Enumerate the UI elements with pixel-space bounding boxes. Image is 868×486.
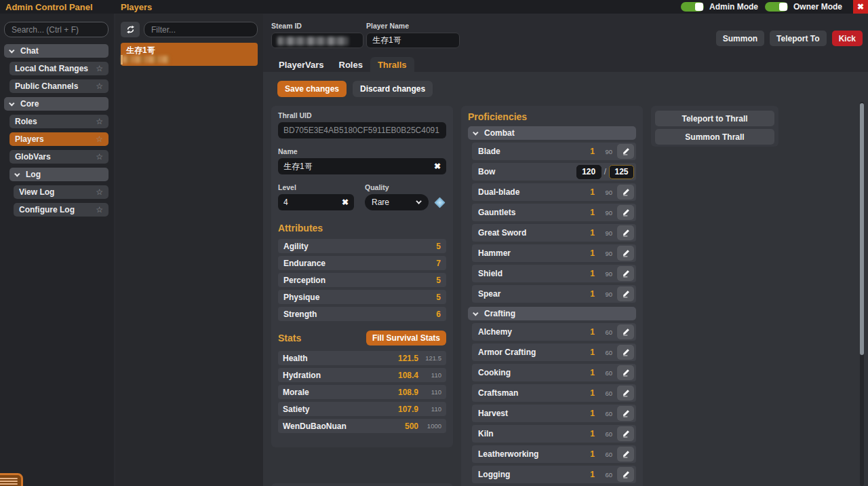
owner-mode-toggle-group: Owner Mode bbox=[765, 2, 842, 12]
attribute-row: Strength 6 bbox=[278, 307, 446, 321]
diamond-icon bbox=[435, 197, 446, 208]
edit-button[interactable] bbox=[617, 365, 634, 380]
player-list-item-selected[interactable]: 生存1哥 bbox=[121, 43, 258, 66]
section-crafting[interactable]: Crafting bbox=[468, 307, 636, 320]
star-icon[interactable]: ☆ bbox=[96, 135, 103, 143]
teleport-to-button[interactable]: Teleport To bbox=[770, 31, 827, 46]
bow-value-input[interactable] bbox=[576, 165, 601, 179]
proficiency-row-cooking: Cooking 1 60 bbox=[472, 364, 636, 381]
edit-button[interactable] bbox=[617, 324, 634, 339]
refresh-icon bbox=[126, 25, 135, 34]
pencil-icon bbox=[622, 208, 630, 217]
summon-button[interactable]: Summon bbox=[716, 31, 764, 46]
edit-button[interactable] bbox=[617, 246, 634, 261]
admin-mode-toggle[interactable] bbox=[681, 2, 704, 12]
scrollbar-thumb[interactable] bbox=[860, 103, 864, 355]
page-title: Players bbox=[121, 2, 152, 12]
censored-steam-id bbox=[277, 37, 349, 45]
section-combat[interactable]: Combat bbox=[468, 126, 636, 140]
pencil-icon bbox=[622, 389, 630, 397]
section-chat[interactable]: Chat bbox=[4, 44, 108, 58]
teleport-to-thrall-button[interactable]: Teleport to Thrall bbox=[655, 111, 774, 126]
owner-mode-toggle[interactable] bbox=[765, 2, 788, 12]
proficiency-row-great-sword: Great Sword 1 90 bbox=[472, 224, 636, 242]
thrall-name-input[interactable] bbox=[283, 162, 430, 171]
edit-button[interactable] bbox=[617, 144, 634, 159]
edit-button[interactable] bbox=[617, 185, 634, 200]
edit-button[interactable] bbox=[617, 205, 634, 220]
proficiencies-card: Proficiencies Combat Blade 1 90 Bow / bbox=[461, 106, 643, 486]
thrall-uid-input[interactable] bbox=[283, 126, 441, 135]
stats-title: Stats bbox=[278, 333, 301, 343]
pencil-icon bbox=[622, 470, 630, 479]
refresh-button[interactable] bbox=[121, 22, 140, 37]
sidebar-item-roles[interactable]: Roles ☆ bbox=[9, 115, 108, 128]
star-icon[interactable]: ☆ bbox=[96, 188, 103, 196]
star-icon[interactable]: ☆ bbox=[96, 64, 103, 73]
attribute-row: Agility 5 bbox=[278, 239, 446, 253]
thralls-tab-content: Save changes Discard changes Thrall UID … bbox=[263, 72, 868, 486]
sidebar-item-globvars[interactable]: GlobVars ☆ bbox=[9, 150, 108, 164]
fill-survival-stats-button[interactable]: Fill Survival Stats bbox=[366, 331, 446, 345]
sidebar-item-players[interactable]: Players ☆ bbox=[9, 132, 108, 146]
edit-button[interactable] bbox=[617, 266, 634, 281]
sidebar-item-view-log[interactable]: View Log ☆ bbox=[14, 185, 108, 199]
proficiency-row-alchemy: Alchemy 1 60 bbox=[472, 323, 636, 341]
tab-roles[interactable]: Roles bbox=[332, 57, 370, 72]
navigation-sidebar: Chat Local Chat Ranges ☆ Public Channels… bbox=[0, 14, 114, 486]
filter-input[interactable] bbox=[144, 22, 258, 37]
section-log[interactable]: Log bbox=[9, 168, 108, 181]
section-core[interactable]: Core bbox=[4, 97, 108, 111]
edit-button[interactable] bbox=[617, 406, 634, 421]
attribute-row: Endurance 7 bbox=[278, 256, 446, 270]
proficiency-row-bow-editing: Bow / bbox=[472, 163, 636, 181]
quality-gem-button[interactable] bbox=[434, 194, 446, 210]
star-icon[interactable]: ☆ bbox=[96, 206, 103, 214]
edit-button[interactable] bbox=[617, 386, 634, 400]
keyboard-icon[interactable] bbox=[0, 473, 23, 486]
toggle-knob bbox=[695, 3, 703, 11]
proficiency-row-logging: Logging 1 60 bbox=[472, 466, 636, 483]
proficiency-row-armor-crafting: Armor Crafting 1 60 bbox=[472, 343, 636, 361]
bow-max-input[interactable] bbox=[609, 165, 634, 179]
clear-level-icon[interactable]: ✖ bbox=[342, 198, 349, 206]
star-icon[interactable]: ☆ bbox=[96, 117, 103, 126]
thrall-name-label: Name bbox=[278, 147, 446, 155]
level-input[interactable] bbox=[283, 198, 338, 207]
steam-id-field-group: Steam ID bbox=[271, 22, 363, 48]
level-label: Level bbox=[278, 183, 354, 191]
player-name-input[interactable] bbox=[366, 33, 460, 48]
sidebar-item-public-channels[interactable]: Public Channels ☆ bbox=[9, 79, 108, 93]
discard-changes-button[interactable]: Discard changes bbox=[353, 81, 433, 97]
edit-button[interactable] bbox=[617, 286, 634, 301]
stat-row: Hydration 108.4 110 bbox=[278, 368, 446, 382]
edit-button[interactable] bbox=[617, 426, 634, 441]
proficiency-row-spear: Spear 1 90 bbox=[472, 285, 636, 303]
chevron-down-icon bbox=[9, 48, 14, 53]
sidebar-item-configure-log[interactable]: Configure Log ☆ bbox=[14, 203, 108, 217]
thrall-details-card: Thrall UID Name ✖ Level ✖ Quality bbox=[271, 106, 453, 447]
edit-button[interactable] bbox=[617, 345, 634, 360]
proficiencies-title: Proficiencies bbox=[468, 111, 636, 122]
save-changes-button[interactable]: Save changes bbox=[277, 81, 347, 97]
summon-thrall-button[interactable]: Summon Thrall bbox=[655, 129, 774, 145]
tab-playervars[interactable]: PlayerVars bbox=[271, 57, 332, 72]
sidebar-item-local-chat-ranges[interactable]: Local Chat Ranges ☆ bbox=[9, 62, 108, 75]
quality-select[interactable]: Rare bbox=[365, 194, 429, 210]
tab-thralls[interactable]: Thralls bbox=[370, 57, 414, 72]
pencil-icon bbox=[622, 229, 630, 237]
chevron-down-icon bbox=[14, 171, 20, 176]
pencil-icon bbox=[622, 328, 630, 336]
edit-button[interactable] bbox=[617, 467, 634, 482]
edit-button[interactable] bbox=[617, 225, 634, 240]
star-icon[interactable]: ☆ bbox=[96, 82, 103, 90]
pencil-icon bbox=[622, 269, 630, 278]
clear-name-icon[interactable]: ✖ bbox=[434, 162, 441, 170]
admin-mode-toggle-group: Admin Mode bbox=[681, 2, 758, 12]
edit-button[interactable] bbox=[617, 447, 634, 462]
chevron-down-icon bbox=[473, 130, 478, 135]
search-input[interactable] bbox=[4, 22, 108, 37]
kick-button[interactable]: Kick bbox=[832, 31, 863, 46]
star-icon[interactable]: ☆ bbox=[96, 153, 103, 161]
close-icon[interactable]: ✖ bbox=[853, 0, 868, 14]
